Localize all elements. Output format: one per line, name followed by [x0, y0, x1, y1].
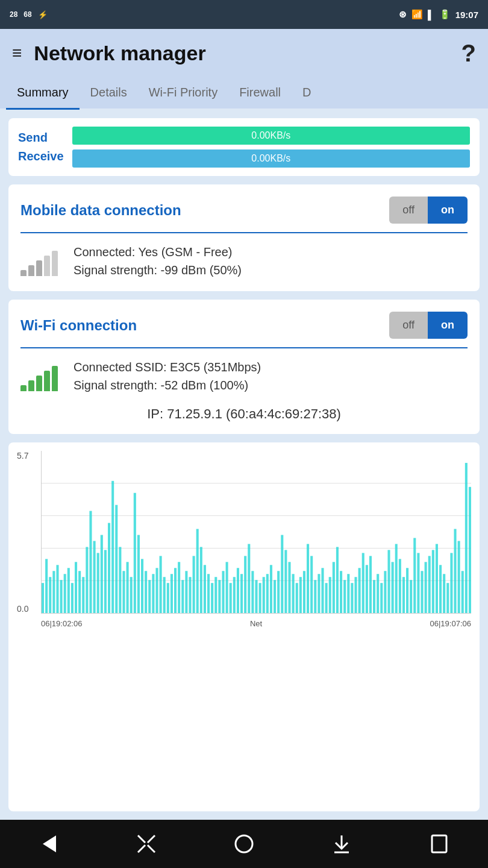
svg-rect-39: [170, 574, 173, 613]
svg-rect-104: [410, 580, 412, 613]
wifi-toggle-on[interactable]: on: [428, 312, 468, 339]
svg-rect-116: [454, 529, 456, 613]
svg-rect-60: [248, 544, 250, 613]
wifi-status-line2: Signal strength: -52 dBm (100%): [74, 376, 468, 394]
svg-rect-22: [108, 523, 110, 613]
svg-rect-19: [97, 553, 99, 613]
svg-rect-103: [406, 568, 408, 613]
mobile-data-title: Mobile data connection: [20, 202, 181, 219]
speed-card: Send Receive 0.00KB/s 0.00KB/s: [8, 118, 480, 176]
mobile-toggle-on[interactable]: on: [428, 197, 468, 224]
svg-rect-111: [436, 544, 438, 613]
svg-rect-73: [296, 583, 298, 613]
mobile-toggle-off[interactable]: off: [389, 197, 428, 224]
svg-rect-52: [218, 580, 221, 613]
tab-firewall[interactable]: Firewall: [228, 77, 292, 110]
svg-rect-7: [52, 571, 55, 613]
svg-rect-13: [75, 562, 77, 613]
back-icon: [38, 833, 60, 855]
svg-rect-105: [413, 538, 416, 613]
svg-rect-91: [362, 553, 364, 613]
svg-rect-97: [384, 571, 386, 613]
chart-x-start: 06|19:02:06: [41, 619, 82, 628]
mobile-data-toggle[interactable]: off on: [389, 197, 468, 224]
svg-rect-10: [64, 574, 66, 613]
battery-icon: 🔋: [439, 9, 451, 20]
svg-rect-113: [443, 574, 445, 613]
download-button[interactable]: [319, 827, 364, 861]
status-left-icons: 28 68 ⚡: [10, 10, 48, 19]
svg-point-126: [236, 835, 252, 852]
svg-rect-61: [251, 571, 254, 613]
svg-rect-84: [336, 547, 339, 613]
svg-rect-21: [104, 550, 107, 613]
tab-wifi-priority[interactable]: Wi-Fi Priority: [138, 77, 228, 110]
svg-rect-102: [402, 577, 405, 613]
wifi-toggle[interactable]: off on: [389, 312, 468, 339]
tab-more[interactable]: D: [292, 77, 322, 110]
svg-rect-15: [82, 577, 84, 613]
svg-rect-23: [111, 481, 114, 613]
mobile-signal-text: Connected: Yes (GSM - Free) Signal stren…: [74, 243, 468, 279]
svg-rect-71: [288, 562, 290, 613]
svg-rect-4: [42, 583, 44, 613]
tab-summary[interactable]: Summary: [6, 77, 80, 110]
svg-rect-107: [421, 571, 423, 613]
wifi-info: Connected SSID: E3C5 (351Mbps) Signal st…: [20, 358, 468, 394]
svg-rect-129: [432, 835, 446, 852]
svg-rect-50: [211, 583, 213, 613]
download-icon: [331, 833, 352, 855]
collapse-button[interactable]: [124, 827, 169, 861]
mobile-signal-icon: [20, 246, 63, 276]
wifi-toggle-off[interactable]: off: [389, 312, 428, 339]
home-button[interactable]: [221, 827, 267, 861]
svg-rect-92: [366, 565, 368, 613]
svg-rect-81: [325, 583, 328, 613]
tab-details[interactable]: Details: [80, 77, 138, 110]
svg-rect-27: [127, 562, 129, 613]
svg-rect-45: [193, 556, 195, 613]
time-display: 19:07: [455, 10, 478, 20]
chart-container: 5.7 0.0: [17, 451, 471, 632]
svg-rect-56: [233, 577, 236, 613]
svg-rect-87: [347, 574, 349, 613]
svg-rect-37: [163, 577, 166, 613]
help-button[interactable]: ?: [461, 40, 476, 67]
svg-rect-24: [115, 505, 117, 613]
svg-line-124: [148, 835, 155, 843]
wifi-signal-text: Connected SSID: E3C5 (351Mbps) Signal st…: [74, 358, 468, 394]
wifi-card: Wi-Fi connection off on Connected SSID: …: [8, 300, 480, 434]
svg-rect-33: [148, 580, 151, 613]
svg-rect-108: [425, 562, 427, 613]
svg-rect-51: [214, 577, 217, 613]
svg-rect-65: [266, 574, 269, 613]
svg-rect-114: [446, 583, 449, 613]
svg-rect-9: [60, 580, 63, 613]
menu-button[interactable]: ≡: [12, 45, 22, 61]
svg-rect-89: [354, 577, 357, 613]
svg-rect-79: [318, 574, 320, 613]
svg-rect-14: [78, 571, 81, 613]
svg-rect-38: [167, 583, 169, 613]
svg-rect-120: [469, 487, 471, 613]
recents-button[interactable]: [416, 827, 462, 861]
svg-rect-62: [255, 580, 257, 613]
svg-rect-28: [130, 577, 133, 613]
chart-svg: [42, 451, 471, 613]
svg-rect-49: [207, 574, 210, 613]
page-title: Network manager: [34, 42, 205, 65]
svg-rect-115: [450, 553, 452, 613]
svg-rect-46: [196, 529, 199, 613]
svg-rect-68: [277, 571, 280, 613]
svg-rect-76: [307, 544, 309, 613]
svg-rect-44: [189, 577, 191, 613]
receive-label: Receive: [18, 149, 64, 163]
back-button[interactable]: [26, 827, 72, 861]
speed-labels: Send Receive: [18, 131, 64, 163]
svg-rect-101: [399, 559, 401, 613]
status-right-icons: ⊛ 📶 ▌ 🔋 19:07: [399, 9, 478, 20]
chart-x-end: 06|19:07:06: [430, 619, 471, 628]
svg-rect-119: [465, 463, 468, 613]
svg-rect-35: [155, 568, 158, 613]
svg-rect-95: [377, 574, 379, 613]
